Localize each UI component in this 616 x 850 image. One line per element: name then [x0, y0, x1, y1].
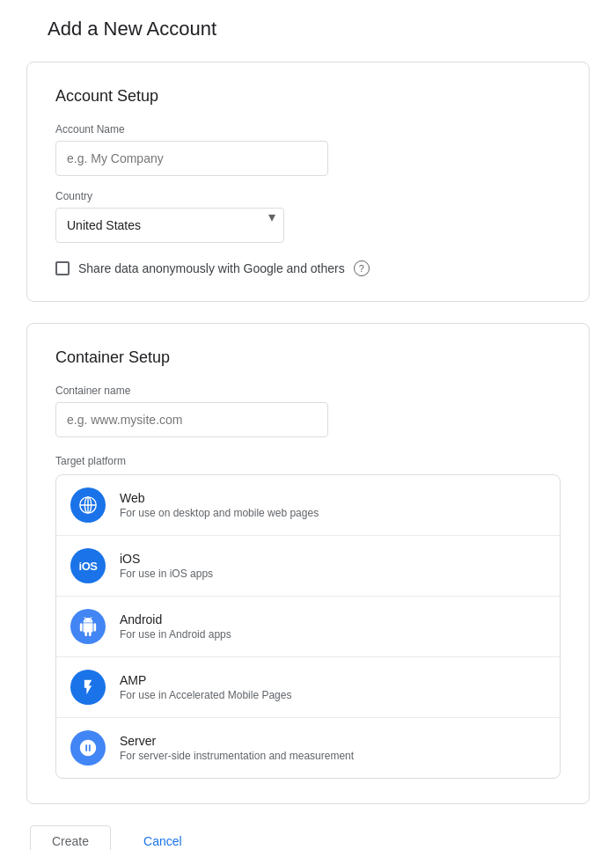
server-platform-info: Server For server-side instrumentation a… [120, 734, 546, 762]
account-name-input[interactable] [55, 141, 328, 176]
android-icon [70, 609, 106, 644]
amp-platform-desc: For use in Accelerated Mobile Pages [120, 689, 546, 701]
share-data-row: Share data anonymously with Google and o… [55, 260, 561, 276]
container-setup-card: Container Setup Container name Target pl… [26, 323, 590, 804]
container-name-input[interactable] [55, 402, 328, 437]
account-setup-card: Account Setup Account Name Country Unite… [26, 62, 590, 302]
android-platform-name: Android [120, 612, 546, 627]
cancel-button[interactable]: Cancel [121, 825, 204, 850]
platform-list: Web For use on desktop and mobile web pa… [55, 474, 561, 779]
ios-platform-name: iOS [120, 552, 546, 566]
amp-platform-info: AMP For use in Accelerated Mobile Pages [120, 673, 546, 701]
ios-platform-info: iOS For use in iOS apps [120, 552, 546, 580]
platform-item-ios[interactable]: iOS iOS For use in iOS apps [56, 536, 560, 597]
amp-icon [70, 670, 106, 705]
platform-item-android[interactable]: Android For use in Android apps [56, 597, 560, 657]
server-icon [70, 730, 106, 766]
container-name-label: Container name [55, 385, 561, 397]
country-select[interactable]: United States United Kingdom Canada Aust… [55, 208, 284, 243]
share-data-label: Share data anonymously with Google and o… [78, 261, 345, 275]
footer-buttons: Create Cancel [26, 825, 590, 850]
android-platform-desc: For use in Android apps [120, 628, 546, 641]
platform-item-server[interactable]: Server For server-side instrumentation a… [56, 718, 560, 778]
country-label: Country [55, 190, 284, 202]
amp-platform-name: AMP [120, 673, 546, 687]
help-icon[interactable]: ? [354, 260, 370, 276]
create-button[interactable]: Create [30, 825, 111, 850]
account-setup-title: Account Setup [55, 87, 561, 106]
country-wrapper: Country United States United Kingdom Can… [55, 190, 284, 243]
web-platform-desc: For use on desktop and mobile web pages [120, 507, 546, 519]
ios-icon: iOS [70, 548, 106, 583]
container-setup-title: Container Setup [55, 348, 561, 367]
target-platform-label: Target platform [55, 455, 561, 467]
web-icon [70, 487, 106, 523]
share-data-checkbox[interactable] [55, 261, 70, 275]
web-platform-info: Web For use on desktop and mobile web pa… [120, 491, 546, 519]
ios-platform-desc: For use in iOS apps [120, 568, 546, 580]
web-platform-name: Web [120, 491, 546, 505]
platform-item-amp[interactable]: AMP For use in Accelerated Mobile Pages [56, 657, 560, 718]
account-name-label: Account Name [55, 123, 561, 136]
page-title: Add a New Account [48, 18, 590, 40]
android-platform-info: Android For use in Android apps [120, 612, 546, 641]
platform-item-web[interactable]: Web For use on desktop and mobile web pa… [56, 475, 560, 536]
server-platform-name: Server [120, 734, 546, 748]
server-platform-desc: For server-side instrumentation and meas… [120, 750, 546, 762]
